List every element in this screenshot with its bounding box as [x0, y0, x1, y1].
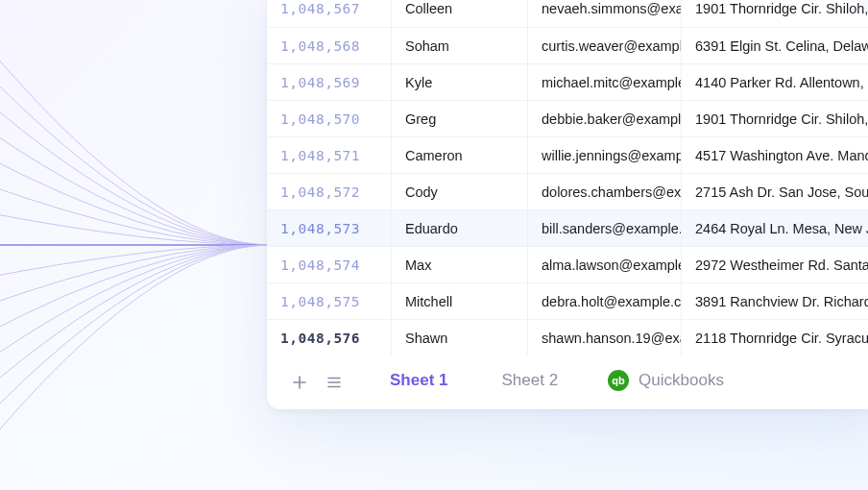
address-cell[interactable]: 1901 Thornridge Cir. Shiloh, H: [682, 101, 868, 136]
email-cell[interactable]: shawn.hanson.19@exa: [528, 320, 682, 355]
address-cell[interactable]: 4517 Washington Ave. Mancl: [682, 137, 868, 173]
table-row[interactable]: 1,048,574Maxalma.lawson@example2972 West…: [267, 246, 868, 282]
address-cell[interactable]: 1901 Thornridge Cir. Shiloh,: [682, 0, 868, 27]
row-number-cell: 1,048,571: [267, 137, 392, 173]
email-cell[interactable]: debra.holt@example.co: [528, 283, 682, 319]
name-cell[interactable]: Eduardo: [392, 210, 528, 246]
row-number-cell: 1,048,573: [267, 210, 392, 246]
plus-icon: [291, 374, 308, 391]
quickbooks-icon: qb: [608, 370, 629, 391]
email-cell[interactable]: curtis.weaver@example: [528, 28, 682, 63]
name-cell[interactable]: Greg: [392, 101, 528, 136]
table-row[interactable]: 1,048,573Eduardobill.sanders@example.246…: [267, 209, 868, 246]
row-number-cell: 1,048,570: [267, 101, 392, 136]
table-row[interactable]: 1,048,567Colleennevaeh.simmons@exar1901 …: [267, 0, 868, 27]
row-number-cell: 1,048,576: [267, 320, 392, 355]
name-cell[interactable]: Colleen: [392, 0, 528, 27]
table-row[interactable]: 1,048,576Shawnshawn.hanson.19@exa2118 Th…: [267, 319, 868, 355]
row-number-cell: 1,048,574: [267, 247, 392, 282]
email-cell[interactable]: debbie.baker@example: [528, 101, 682, 136]
address-cell[interactable]: 2464 Royal Ln. Mesa, New Je: [682, 210, 868, 246]
add-sheet-button[interactable]: [286, 369, 313, 396]
name-cell[interactable]: Shawn: [392, 320, 528, 355]
email-cell[interactable]: alma.lawson@example: [528, 247, 682, 282]
email-cell[interactable]: willie.jennings@examp: [528, 137, 682, 173]
name-cell[interactable]: Mitchell: [392, 283, 528, 319]
table-row[interactable]: 1,048,571Cameronwillie.jennings@examp451…: [267, 136, 868, 173]
row-number-cell: 1,048,567: [267, 0, 392, 27]
row-number-cell: 1,048,572: [267, 174, 392, 209]
table-row[interactable]: 1,048,575Mitchelldebra.holt@example.co38…: [267, 282, 868, 319]
decorative-converging-lines: [0, 0, 298, 490]
name-cell[interactable]: Cody: [392, 174, 528, 209]
name-cell[interactable]: Kyle: [392, 64, 528, 100]
name-cell[interactable]: Cameron: [392, 137, 528, 173]
address-cell[interactable]: 2715 Ash Dr. San Jose, South: [682, 174, 868, 209]
tab-quickbooks-label: Quickbooks: [639, 371, 724, 390]
tab-quickbooks[interactable]: qb Quickbooks: [589, 360, 728, 404]
email-cell[interactable]: michael.mitc@example: [528, 64, 682, 100]
table-row[interactable]: 1,048,570Gregdebbie.baker@example1901 Th…: [267, 100, 868, 136]
row-number-cell: 1,048,568: [267, 28, 392, 63]
data-grid[interactable]: 1,048,567Colleennevaeh.simmons@exar1901 …: [267, 0, 868, 355]
sheet-tab-bar: Sheet 1 Sheet 2 qb Quickbooks: [267, 355, 868, 409]
sheet-list-button[interactable]: [321, 369, 348, 396]
spreadsheet-window: 1,048,567Colleennevaeh.simmons@exar1901 …: [267, 0, 868, 409]
table-row[interactable]: 1,048,572Codydolores.chambers@exa2715 As…: [267, 173, 868, 209]
row-number-cell: 1,048,569: [267, 64, 392, 100]
email-cell[interactable]: dolores.chambers@exa: [528, 174, 682, 209]
table-row[interactable]: 1,048,568Sohamcurtis.weaver@example6391 …: [267, 27, 868, 63]
table-row[interactable]: 1,048,569Kylemichael.mitc@example4140 Pa…: [267, 63, 868, 100]
tab-sheet-1[interactable]: Sheet 1: [367, 361, 470, 404]
address-cell[interactable]: 2118 Thornridge Cir. Syracus: [682, 320, 868, 355]
tab-sheet-2[interactable]: Sheet 2: [478, 361, 581, 404]
address-cell[interactable]: 2972 Westheimer Rd. Santa: [682, 247, 868, 282]
menu-icon: [326, 374, 343, 391]
name-cell[interactable]: Max: [392, 247, 528, 282]
address-cell[interactable]: 6391 Elgin St. Celina, Delawa: [682, 28, 868, 63]
email-cell[interactable]: bill.sanders@example.: [528, 210, 682, 246]
address-cell[interactable]: 4140 Parker Rd. Allentown, N: [682, 64, 868, 100]
address-cell[interactable]: 3891 Ranchview Dr. Richards: [682, 283, 868, 319]
name-cell[interactable]: Soham: [392, 28, 528, 63]
email-cell[interactable]: nevaeh.simmons@exar: [528, 0, 682, 27]
row-number-cell: 1,048,575: [267, 283, 392, 319]
